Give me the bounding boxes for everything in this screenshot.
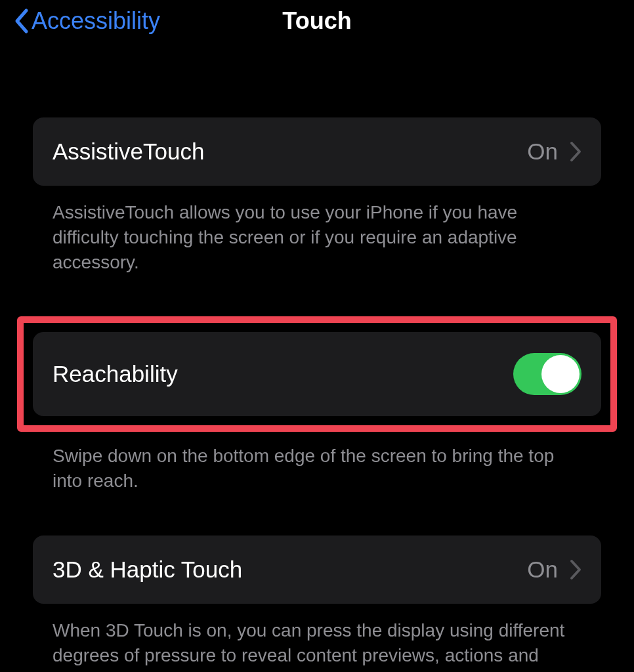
haptic-touch-value: On (527, 556, 558, 583)
haptic-touch-row[interactable]: 3D & Haptic Touch On (33, 536, 601, 604)
reachability-toggle[interactable] (513, 353, 581, 395)
back-button[interactable]: Accessibility (13, 7, 160, 35)
page-title: Touch (282, 7, 351, 35)
chevron-right-icon (570, 559, 581, 580)
highlight-annotation: Reachability (17, 316, 617, 432)
row-right-group: On (527, 556, 581, 583)
chevron-left-icon (13, 8, 29, 34)
toggle-knob (541, 355, 580, 393)
assistive-touch-value: On (527, 138, 558, 165)
settings-content: AssistiveTouch On AssistiveTouch allows … (0, 117, 634, 672)
haptic-touch-label: 3D & Haptic Touch (53, 556, 242, 583)
assistive-touch-description: AssistiveTouch allows you to use your iP… (33, 186, 601, 274)
navigation-header: Accessibility Touch (0, 0, 634, 42)
reachability-label: Reachability (53, 361, 178, 387)
row-right-group: On (527, 138, 581, 165)
assistive-touch-row[interactable]: AssistiveTouch On (33, 117, 601, 186)
reachability-row[interactable]: Reachability (33, 332, 601, 416)
back-label: Accessibility (32, 7, 160, 35)
chevron-right-icon (570, 141, 581, 162)
assistive-touch-label: AssistiveTouch (53, 138, 204, 165)
haptic-touch-description: When 3D Touch is on, you can press the d… (33, 604, 601, 672)
reachability-description: Swipe down on the bottom edge of the scr… (33, 429, 601, 494)
